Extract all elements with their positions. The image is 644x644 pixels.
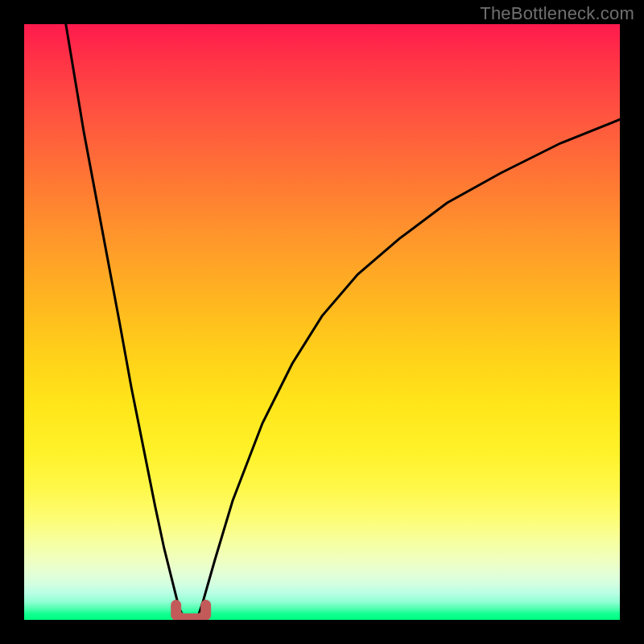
outer-frame: TheBottleneck.com	[0, 0, 644, 644]
bottom-marker	[176, 605, 206, 619]
curve-left-branch	[66, 24, 185, 620]
watermark-text: TheBottleneck.com	[480, 3, 634, 24]
plot-area	[24, 24, 620, 620]
curve-right-branch	[197, 119, 620, 620]
curves-layer	[24, 24, 620, 620]
